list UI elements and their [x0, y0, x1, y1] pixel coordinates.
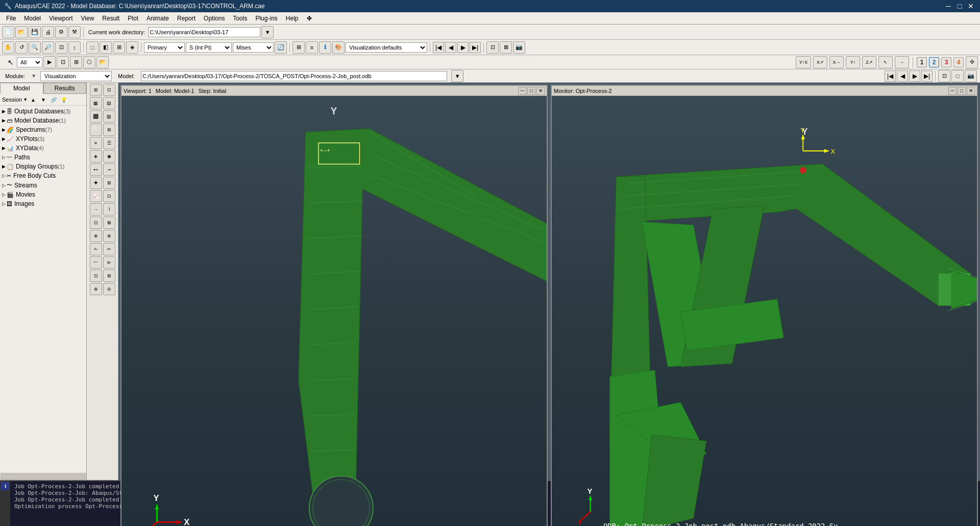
save-button[interactable]: 💾 — [29, 26, 41, 38]
session-up[interactable]: ▲ — [29, 95, 38, 104]
workdir-browse[interactable]: ▼ — [261, 26, 274, 38]
open-button[interactable]: 📂 — [15, 26, 28, 38]
axis-z[interactable]: Z↗ — [862, 56, 876, 68]
viewport-1-content[interactable]: Y X — [121, 96, 547, 526]
tree-item-xyplots[interactable]: ▶ 📈 XYPlots (3) — [0, 134, 86, 144]
module-play-end[interactable]: ▶| — [921, 70, 933, 82]
fit-btn[interactable]: ⊡ — [55, 41, 67, 54]
misc-icon3[interactable]: ⊕ — [90, 283, 102, 295]
tree-item-spectrums[interactable]: ▶ 🌈 Spectrums (7) — [0, 125, 86, 134]
menu-animate[interactable]: Animate — [142, 14, 173, 23]
deform-icon1[interactable]: ◈ — [90, 150, 102, 162]
menu-plot[interactable]: Plot — [124, 14, 142, 23]
path-icon1[interactable]: → — [90, 203, 102, 216]
vp1-minimize[interactable]: ─ — [518, 87, 526, 95]
tree-item-free-body-cuts[interactable]: ▷ ✂ Free Body Cuts — [0, 171, 86, 180]
field-select[interactable]: S (Int Pt) — [186, 42, 232, 53]
display-icon2[interactable]: ⊗ — [103, 230, 115, 242]
frame-icon1[interactable]: ⊡ — [90, 217, 102, 229]
rotate-btn[interactable]: ↺ — [15, 41, 28, 54]
xy-icon1[interactable]: 📈 — [90, 190, 102, 202]
tree-item-xydata[interactable]: ▶ 📊 XYData (4) — [0, 144, 86, 153]
primary-select[interactable]: Primary — [144, 42, 185, 53]
view-front[interactable]: □ — [86, 41, 99, 54]
deform-icon2[interactable]: ◉ — [103, 150, 115, 162]
vp1-close[interactable]: ✕ — [536, 87, 545, 95]
num-1[interactable]: 1 — [917, 57, 927, 67]
vp2-close[interactable]: ✕ — [967, 87, 975, 95]
mesh-icon4[interactable]: ▤ — [103, 97, 115, 109]
probe-icon2[interactable]: ⊞ — [103, 177, 115, 189]
expand-images[interactable]: ▷ — [2, 201, 6, 206]
viewport-2-content[interactable]: Y — [552, 96, 977, 526]
expand-streams[interactable]: ▷ — [2, 183, 6, 188]
axis-xz[interactable]: → — [895, 56, 909, 68]
session-light[interactable]: 💡 — [59, 95, 68, 104]
expand-free-body-cuts[interactable]: ▷ — [2, 173, 6, 178]
num-3[interactable]: 3 — [941, 57, 951, 67]
view-camera[interactable]: 📷 — [513, 41, 525, 54]
module-play-fwd[interactable]: ▶ — [909, 70, 920, 82]
menu-viewport[interactable]: Viewport — [45, 14, 77, 23]
viewport-2-controls[interactable]: ─ □ ✕ — [948, 87, 975, 95]
menu-help[interactable]: Help — [282, 14, 303, 23]
session-down[interactable]: ▼ — [39, 95, 48, 104]
tree-item-images[interactable]: ▷ 🖼 Images — [0, 199, 86, 208]
scale-icon2[interactable]: ⊸ — [103, 163, 115, 176]
filter-select[interactable]: All — [17, 57, 42, 67]
axis-xy[interactable]: X↗ — [813, 56, 827, 68]
zoom-in-btn[interactable]: 🔎 — [42, 41, 54, 54]
mesh-icon1[interactable]: ⊞ — [90, 84, 102, 96]
axis-y[interactable]: Y↑ — [846, 56, 860, 68]
table-btn[interactable]: ⊞ — [292, 41, 305, 54]
restore-button[interactable]: □ — [954, 1, 965, 11]
tree-item-display-groups[interactable]: ▶ 📋 Display Groups (1) — [0, 162, 86, 171]
title-bar-controls[interactable]: ─ □ ✕ — [943, 1, 976, 11]
invariant-select[interactable]: Mises — [233, 42, 274, 53]
model-path-input[interactable] — [141, 71, 447, 81]
view-side[interactable]: ◧ — [100, 41, 112, 54]
menu-model[interactable]: Model — [20, 14, 45, 23]
menu-tools[interactable]: Tools — [229, 14, 251, 23]
tree-item-streams[interactable]: ▷ 〜 Streams — [0, 180, 86, 190]
menu-file[interactable]: File — [2, 14, 20, 23]
play-fwd[interactable]: ▶ — [457, 42, 469, 53]
mesh-icon5[interactable]: ⬛ — [90, 110, 102, 123]
axis-xyz[interactable]: Y↑X — [796, 56, 811, 68]
play-prev[interactable]: ◀ — [445, 42, 456, 53]
axis-yz[interactable]: ↖ — [878, 56, 893, 68]
xy-icon2[interactable]: ⊡ — [103, 190, 115, 202]
cut-icon2[interactable]: ✂ — [103, 243, 115, 255]
tree-item-movies[interactable]: ▷ 🎬 Movies — [0, 190, 86, 199]
print-button[interactable]: 🖨 — [42, 26, 54, 38]
module-play-start[interactable]: |◀ — [885, 70, 896, 82]
expand-movies[interactable]: ▷ — [2, 192, 6, 197]
play-start[interactable]: |◀ — [433, 42, 444, 53]
contour-btn[interactable]: ≡ — [306, 41, 318, 54]
misc-icon1[interactable]: ⊡ — [90, 270, 102, 282]
close-button[interactable]: ✕ — [966, 1, 976, 11]
scale-icon1[interactable]: ⊷ — [90, 163, 102, 176]
mesh-icon8[interactable]: ⊞ — [103, 124, 115, 136]
view-copy[interactable]: ⊡ — [486, 41, 499, 54]
expand-spectrums[interactable]: ▶ — [2, 127, 6, 132]
info-btn[interactable]: ℹ — [319, 41, 331, 54]
cut-icon1[interactable]: ✁ — [90, 243, 102, 255]
module-play-prev[interactable]: ◀ — [897, 70, 908, 82]
mesh-icon6[interactable]: ▧ — [103, 110, 115, 123]
vp-icon2[interactable]: □ — [951, 70, 964, 82]
legend-icon1[interactable]: ≡ — [90, 137, 102, 149]
expand-xyplots[interactable]: ▶ — [2, 136, 6, 141]
stream-icon1[interactable]: 〰 — [90, 256, 102, 269]
probe-icon1[interactable]: ✚ — [90, 177, 102, 189]
view-fit2[interactable]: ⊠ — [500, 41, 512, 54]
mesh-icon3[interactable]: ▦ — [90, 97, 102, 109]
expand-paths[interactable]: ▷ — [2, 155, 6, 160]
expand-output-databases[interactable]: ▶ — [2, 109, 6, 114]
view-iso[interactable]: ◈ — [126, 41, 138, 54]
display-icon1[interactable]: ⊕ — [90, 230, 102, 242]
num-4[interactable]: 4 — [953, 57, 964, 67]
tab-model[interactable]: Model — [0, 83, 43, 94]
filter-go[interactable]: ▶ — [43, 56, 56, 68]
expand-xydata[interactable]: ▶ — [2, 146, 6, 151]
